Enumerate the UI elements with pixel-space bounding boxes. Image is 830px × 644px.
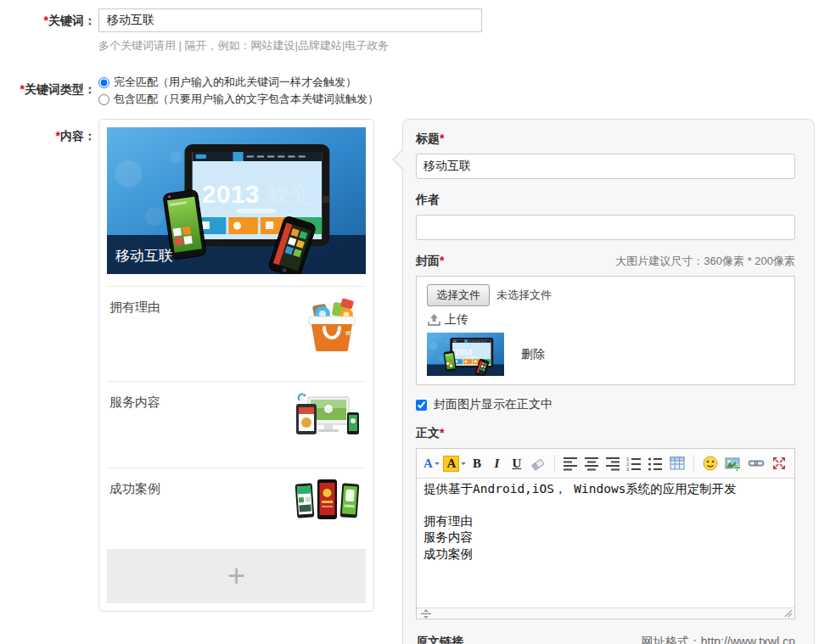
app-bag-icon — [303, 297, 361, 358]
resize-corner-grip[interactable] — [783, 608, 793, 618]
align-center-icon — [584, 456, 599, 471]
keyword-label: *关键词： — [0, 8, 96, 29]
table-button[interactable] — [669, 454, 686, 473]
exact-match-radio[interactable] — [98, 77, 109, 88]
preview-item-cases[interactable]: 成功案例 — [107, 468, 366, 537]
unordered-list-icon — [648, 456, 663, 471]
fullscreen-icon — [771, 455, 788, 472]
content-row: *内容： 移动互联 拥有理由 — [0, 119, 830, 644]
keyword-type-options: 完全匹配（用户输入的和此关键词一样才会触发） 包含匹配（只要用户输入的文字包含本… — [98, 74, 379, 108]
font-color-button[interactable]: A — [423, 454, 440, 473]
preview-item-services[interactable]: 服务内容 — [107, 381, 366, 456]
required-asterisk: * — [440, 426, 444, 440]
rich-text-editor: A A B I U — [416, 448, 795, 619]
align-center-button[interactable] — [584, 454, 599, 473]
keyword-hint: 多个关键词请用 | 隔开，例如：网站建设|品牌建站|电子政务 — [98, 38, 830, 53]
insert-link-button[interactable] — [748, 454, 765, 473]
plus-icon: + — [227, 558, 245, 594]
smiley-icon — [702, 455, 719, 472]
keyword-input[interactable] — [98, 8, 482, 32]
body-label: 正文* — [416, 426, 795, 441]
edit-panel: 标题* 作者 封面* 大图片建议尺寸：360像素 * 200像素 选择文件 未选… — [402, 119, 815, 644]
keyword-type-row: *关键词类型： 完全匹配（用户输入的和此关键词一样才会触发） 包含匹配（只要用户… — [0, 74, 830, 108]
highlight-color-button[interactable]: A — [446, 454, 464, 473]
radio-option-contains[interactable]: 包含匹配（只要用户输入的文字包含本关键词就触发） — [98, 91, 379, 108]
chevron-down-icon — [461, 462, 466, 468]
underline-button[interactable]: U — [510, 454, 524, 473]
keyword-row: *关键词： — [0, 8, 830, 32]
insert-image-button[interactable] — [725, 454, 742, 473]
align-left-button[interactable] — [563, 454, 578, 473]
upload-button[interactable]: 上传 — [427, 312, 784, 328]
editor-resize-bar — [417, 608, 794, 619]
editor-toolbar: A A B I U — [417, 449, 794, 479]
exact-match-label: 完全匹配（用户输入的和此关键词一样才会触发） — [114, 75, 356, 90]
resize-vertical-handle[interactable] — [420, 609, 432, 619]
contains-match-radio[interactable] — [98, 94, 109, 105]
cover-upload-box: 选择文件 未选择文件 上传 删除 — [416, 276, 795, 385]
align-right-icon — [605, 456, 620, 471]
title-label: 标题* — [416, 132, 795, 147]
contains-match-label: 包含匹配（只要用户输入的文字包含本关键词就触发） — [114, 92, 379, 107]
author-label: 作者 — [416, 193, 795, 208]
image-icon — [725, 455, 742, 472]
preview-item-reasons[interactable]: 拥有理由 — [107, 286, 366, 369]
required-asterisk: * — [440, 254, 444, 267]
unordered-list-button[interactable] — [648, 454, 663, 473]
phones-icon — [294, 479, 361, 524]
content-edit-page: *关键词： 多个关键词请用 | 隔开，例如：网站建设|品牌建站|电子政务 *关键… — [0, 8, 830, 644]
upload-icon — [427, 313, 441, 327]
cover-thumbnail — [427, 333, 504, 376]
editor-content[interactable]: 提供基于Android,iOS， Windows系统的应用定制开发 拥有理由 服… — [417, 479, 794, 608]
eraser-icon — [530, 455, 547, 472]
source-link-label: 原文链接 — [416, 635, 463, 644]
svg-text:3: 3 — [626, 467, 630, 471]
devices-icon — [293, 392, 361, 443]
choose-file-button[interactable]: 选择文件 — [427, 284, 490, 306]
remove-format-button[interactable] — [530, 454, 547, 473]
show-cover-row[interactable]: 封面图片显示在正文中 — [416, 397, 795, 412]
add-content-button[interactable]: + — [107, 549, 366, 603]
align-right-button[interactable] — [605, 454, 620, 473]
radio-option-exact[interactable]: 完全匹配（用户输入的和此关键词一样才会触发） — [98, 74, 379, 91]
preview-card: 移动互联 拥有理由 — [98, 119, 374, 612]
show-cover-checkbox[interactable] — [416, 400, 427, 411]
emoticon-button[interactable] — [702, 454, 719, 473]
table-icon — [669, 455, 686, 472]
italic-button[interactable]: I — [490, 454, 503, 473]
fullscreen-button[interactable] — [771, 454, 788, 473]
cover-size-hint: 大图片建议尺寸：360像素 * 200像素 — [615, 254, 795, 269]
required-asterisk: * — [440, 132, 444, 145]
url-format-hint: 网址格式：http://www.txwl.cn — [642, 635, 795, 644]
toolbar-separator — [693, 455, 694, 472]
no-file-text: 未选择文件 — [496, 288, 552, 303]
hero-preview[interactable]: 移动互联 — [107, 127, 366, 274]
cover-label: 封面* — [416, 254, 444, 269]
content-label: *内容： — [0, 119, 96, 144]
toolbar-separator — [554, 455, 555, 472]
link-icon — [748, 455, 765, 472]
ordered-list-button[interactable]: 123 — [626, 454, 642, 473]
title-input[interactable] — [416, 154, 795, 179]
hero-caption: 移动互联 — [115, 246, 173, 266]
delete-cover-link[interactable]: 删除 — [521, 347, 545, 362]
align-left-icon — [563, 456, 578, 471]
upload-label: 上传 — [445, 312, 468, 328]
author-input[interactable] — [416, 215, 795, 240]
show-cover-label: 封面图片显示在正文中 — [434, 397, 552, 412]
bold-button[interactable]: B — [470, 454, 484, 473]
keyword-type-label: *关键词类型： — [0, 74, 96, 98]
chevron-down-icon — [435, 462, 440, 468]
ordered-list-icon: 123 — [626, 456, 642, 471]
